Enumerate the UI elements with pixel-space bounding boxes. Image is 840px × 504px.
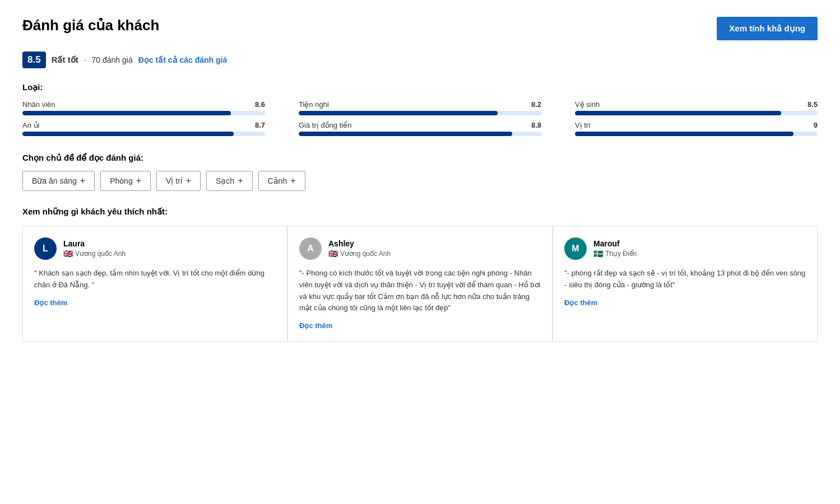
- avatar: M: [564, 237, 587, 260]
- category-name: Vệ sinh: [575, 100, 600, 109]
- avatar: A: [299, 237, 322, 260]
- availability-button[interactable]: Xem tính khả dụng: [717, 17, 818, 40]
- review-text: "- phòng rất đẹp và sạch sẽ - vị trí tốt…: [564, 268, 806, 291]
- reviewer-country: 🇸🇪 Thụy Điển: [593, 249, 637, 258]
- review-header: A Ashley 🇬🇧 Vương quốc Anh: [299, 237, 541, 260]
- category-name: Tiện nghi: [299, 100, 329, 109]
- topic-button[interactable]: Phòng +: [100, 171, 151, 191]
- category-item: Vị trí 9: [575, 121, 818, 136]
- topic-label: Phòng: [110, 176, 132, 185]
- topic-label: Bữa ăn sáng: [32, 176, 77, 185]
- progress-bar-fill: [22, 111, 231, 115]
- plus-icon: +: [186, 176, 191, 186]
- progress-bar-fill: [575, 132, 793, 136]
- category-item: Vệ sinh 8.5: [575, 100, 818, 115]
- rating-label: Rất tốt: [52, 55, 78, 65]
- category-item: Tiện nghi 8.2: [299, 100, 541, 115]
- rating-count: ·: [84, 55, 86, 64]
- category-name: Nhân viên: [22, 100, 55, 109]
- category-name: Vị trí: [575, 121, 591, 129]
- topics-section: Chọn chủ đề để đọc đánh giá: Bữa ăn sáng…: [22, 153, 818, 191]
- review-card: L Laura 🇬🇧 Vương quốc Anh " Khách sạn sạ…: [22, 226, 287, 342]
- review-text: "- Phòng có kích thước tốt và tuyệt vời …: [299, 268, 541, 314]
- flag-icon: 🇬🇧: [328, 249, 338, 258]
- progress-bar-bg: [575, 132, 818, 136]
- progress-bar-bg: [22, 111, 265, 115]
- review-header: L Laura 🇬🇧 Vương quốc Anh: [34, 237, 276, 260]
- topics-label: Chọn chủ đề để đọc đánh giá:: [22, 153, 818, 163]
- progress-bar-fill: [299, 111, 498, 115]
- category-score: 8.6: [255, 100, 265, 109]
- reviewer-country: 🇬🇧 Vương quốc Anh: [328, 249, 391, 258]
- categories-section: Loại: Nhân viên 8.6 Tiện nghi 8.2 Vệ sin…: [22, 82, 818, 136]
- category-item: An ủi 8.7: [22, 121, 265, 136]
- review-text: " Khách sạn sạch đẹp, tầm nhìn tuyệt vời…: [34, 268, 276, 291]
- categories-label: Loại:: [22, 82, 818, 92]
- read-all-reviews-link[interactable]: Đọc tất cả các đánh giá: [138, 55, 227, 64]
- category-name: Giá trị đồng tiền: [299, 121, 351, 129]
- rating-summary: 8.5 Rất tốt · 70 đánh giá Đọc tất cả các…: [22, 52, 818, 68]
- reviews-section-label: Xem những gì khách yêu thích nhất:: [22, 207, 818, 217]
- category-grid: Nhân viên 8.6 Tiện nghi 8.2 Vệ sinh 8.5 …: [22, 100, 818, 136]
- category-score: 9: [814, 121, 818, 129]
- review-count: 70 đánh giá: [92, 55, 133, 64]
- topic-label: Sạch: [216, 176, 234, 185]
- topic-label: Cảnh: [268, 176, 287, 185]
- reviewer-info: Marouf 🇸🇪 Thụy Điển: [593, 239, 637, 258]
- progress-bar-bg: [22, 132, 265, 136]
- review-card: A Ashley 🇬🇧 Vương quốc Anh "- Phòng có k…: [287, 226, 553, 342]
- topics-row: Bữa ăn sáng +Phòng +Vị trí +Sạch +Cảnh +: [22, 171, 818, 191]
- page-title: Đánh giá của khách: [22, 17, 159, 34]
- reviewer-info: Laura 🇬🇧 Vương quốc Anh: [63, 239, 126, 258]
- flag-icon: 🇬🇧: [63, 249, 73, 258]
- category-score: 8.7: [255, 121, 265, 129]
- flag-icon: 🇸🇪: [593, 249, 603, 258]
- category-item: Giá trị đồng tiền 8.8: [299, 121, 541, 136]
- review-header: M Marouf 🇸🇪 Thụy Điển: [564, 237, 806, 260]
- review-card: M Marouf 🇸🇪 Thụy Điển "- phòng rất đẹp v…: [553, 226, 818, 342]
- category-score: 8.8: [531, 121, 541, 129]
- plus-icon: +: [238, 176, 243, 186]
- progress-bar-fill: [299, 132, 512, 136]
- category-score: 8.2: [531, 100, 541, 109]
- avatar: L: [34, 237, 57, 260]
- topic-button[interactable]: Vị trí +: [156, 171, 201, 191]
- topic-button[interactable]: Cảnh +: [258, 171, 305, 191]
- reviewer-country: 🇬🇧 Vương quốc Anh: [63, 249, 126, 258]
- category-score: 8.5: [807, 100, 818, 109]
- reviewer-info: Ashley 🇬🇧 Vương quốc Anh: [328, 239, 391, 258]
- topic-button[interactable]: Bữa ăn sáng +: [22, 171, 95, 191]
- progress-bar-fill: [575, 111, 781, 115]
- read-more-link[interactable]: Đọc thêm: [299, 321, 332, 330]
- plus-icon: +: [80, 176, 85, 186]
- reviews-grid: L Laura 🇬🇧 Vương quốc Anh " Khách sạn sạ…: [22, 226, 818, 342]
- read-more-link[interactable]: Đọc thêm: [34, 298, 67, 307]
- progress-bar-fill: [22, 132, 234, 136]
- reviewer-name: Ashley: [328, 239, 391, 248]
- topic-button[interactable]: Sạch +: [206, 171, 252, 191]
- category-name: An ủi: [22, 121, 39, 129]
- plus-icon: +: [290, 176, 295, 186]
- plus-icon: +: [136, 176, 141, 186]
- progress-bar-bg: [299, 132, 541, 136]
- reviewer-name: Laura: [63, 239, 126, 248]
- category-item: Nhân viên 8.6: [22, 100, 265, 115]
- rating-badge: 8.5: [22, 52, 46, 68]
- progress-bar-bg: [575, 111, 818, 115]
- topic-label: Vị trí: [166, 176, 183, 185]
- reviews-section: Xem những gì khách yêu thích nhất: L Lau…: [22, 207, 818, 342]
- progress-bar-bg: [299, 111, 541, 115]
- read-more-link[interactable]: Đọc thêm: [564, 298, 597, 307]
- reviewer-name: Marouf: [593, 239, 637, 248]
